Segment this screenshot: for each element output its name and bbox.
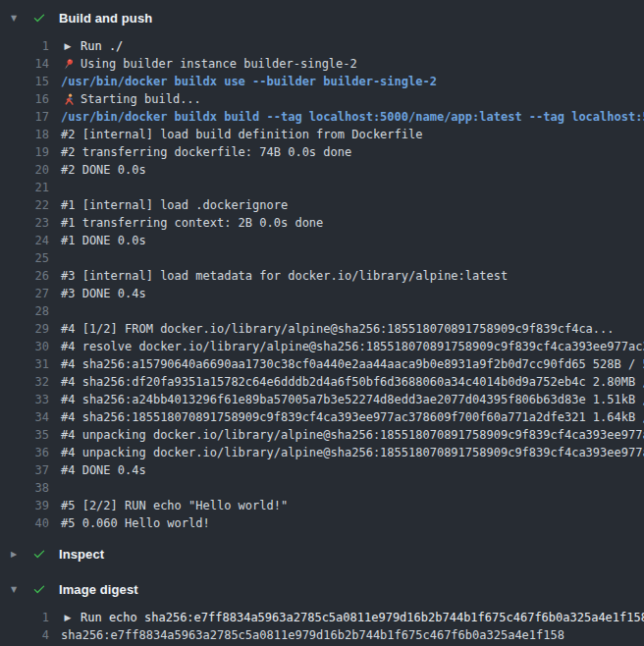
log-line-text: #1 DONE 0.0s (61, 232, 146, 249)
section-lines: 1 ▶Run echo sha256:e7ff8834a5963a2785c5a… (0, 607, 644, 646)
log-line-text: Starting build... (80, 90, 201, 108)
log-line: 15 /usr/bin/docker buildx use --builder … (0, 73, 644, 90)
check-icon (31, 11, 46, 26)
log-section: ▼ Image digest 1 ▶Run echo sha256:e7ff88… (0, 571, 644, 646)
chevron-right-icon[interactable]: ▶ (8, 550, 20, 559)
log-line: 31 #4 sha256:a15790640a6690aa1730c38cf0a… (0, 355, 644, 373)
log-line-text: #2 [internal] load build definition from… (61, 126, 422, 143)
line-number[interactable]: 1 (0, 609, 49, 626)
log-line: 1 ▶Run echo sha256:e7ff8834a5963a2785c5a… (0, 609, 644, 626)
log-line: 23 #1 transferring context: 2B 0.0s done (0, 214, 644, 232)
log-line-text: #4 sha256:a24bb4013296f61e89ba57005a7b3e… (61, 391, 644, 408)
log-line-text: #4 sha256:185518070891758909c9f839cf4ca3… (61, 408, 644, 426)
log-line-text: #1 [internal] load .dockerignore (61, 196, 288, 214)
line-number[interactable]: 28 (0, 302, 49, 320)
log-section: ▼ Build and push 1 ▶Run ./ 14 Using buil… (0, 0, 644, 536)
line-number[interactable]: 31 (0, 355, 49, 373)
line-number[interactable]: 17 (0, 108, 49, 126)
log-line: 18 #2 [internal] load build definition f… (0, 126, 644, 143)
play-icon[interactable]: ▶ (61, 611, 75, 624)
log-line-text: sha256:e7ff8834a5963a2785c5a0811e979d16b… (61, 626, 564, 644)
line-number[interactable]: 40 (0, 514, 49, 532)
line-number[interactable]: 18 (0, 126, 49, 143)
section-title: Image digest (59, 582, 138, 597)
log-line: 36 #4 unpacking docker.io/library/alpine… (0, 444, 644, 461)
line-number[interactable]: 16 (0, 90, 49, 108)
line-number[interactable]: 24 (0, 232, 49, 249)
log-line-text: #5 [2/2] RUN echo "Hello world!" (61, 497, 288, 514)
log-line-text: #4 [1/2] FROM docker.io/library/alpine@s… (61, 320, 615, 338)
line-number[interactable]: 1 (0, 37, 49, 55)
log-line: 20 #2 DONE 0.0s (0, 161, 644, 179)
log-line: 39 #5 [2/2] RUN echo "Hello world!" (0, 497, 644, 514)
log-line: 4 sha256:e7ff8834a5963a2785c5a0811e979d1… (0, 626, 644, 644)
section-title: Build and push (59, 11, 152, 26)
line-number[interactable]: 23 (0, 214, 49, 232)
line-number[interactable]: 33 (0, 391, 49, 408)
log-line-text: #5 0.060 Hello world! (61, 514, 210, 532)
log-line-text: #4 resolve docker.io/library/alpine@sha2… (61, 338, 644, 355)
line-number[interactable]: 38 (0, 479, 49, 497)
line-number[interactable]: 19 (0, 143, 49, 161)
line-number[interactable]: 21 (0, 179, 49, 196)
log-line-text: /usr/bin/docker buildx build --tag local… (61, 108, 644, 126)
log-line: 24 #1 DONE 0.0s (0, 232, 644, 249)
play-icon[interactable]: ▶ (61, 39, 75, 53)
line-number[interactable]: 25 (0, 249, 49, 267)
log-line-text: #4 DONE 0.4s (61, 461, 146, 479)
log-line: 25 (0, 249, 644, 267)
log-line-text: #1 transferring context: 2B 0.0s done (61, 214, 323, 232)
log-line-text: #4 sha256:a15790640a6690aa1730c38cf0a440… (61, 355, 644, 373)
log-line: 27 #3 DONE 0.4s (0, 285, 644, 302)
log-line-text: /usr/bin/docker buildx use --builder bui… (61, 73, 437, 90)
line-number[interactable]: 15 (0, 73, 49, 90)
log-line: 34 #4 sha256:185518070891758909c9f839cf4… (0, 408, 644, 426)
line-number[interactable]: 14 (0, 55, 49, 73)
log-line-text: #4 sha256:df20fa9351a15782c64e6dddb2d4a6… (61, 373, 644, 391)
log-line: 14 Using builder instance builder-single… (0, 55, 644, 73)
line-number[interactable]: 27 (0, 285, 49, 302)
log-line: 28 (0, 302, 644, 320)
log-line: 38 (0, 479, 644, 497)
log-line: 19 #2 transferring dockerfile: 74B 0.0s … (0, 143, 644, 161)
section-title: Inspect (59, 547, 104, 562)
log-line-text: #4 unpacking docker.io/library/alpine@sh… (61, 426, 644, 444)
log-line-text: #3 [internal] load metadata for docker.i… (61, 267, 508, 285)
line-number[interactable]: 4 (0, 626, 49, 644)
chevron-down-icon[interactable]: ▼ (8, 14, 20, 23)
section-header-image-digest[interactable]: ▼ Image digest (0, 571, 644, 607)
line-number[interactable]: 26 (0, 267, 49, 285)
log-line: 21 (0, 179, 644, 196)
log-line-text: Run ./ (80, 37, 123, 55)
log-line: 32 #4 sha256:df20fa9351a15782c64e6dddb2d… (0, 373, 644, 391)
log-line-text: #2 transferring dockerfile: 74B 0.0s don… (61, 143, 351, 161)
runner-icon (61, 92, 75, 106)
log-line: 37 #4 DONE 0.4s (0, 461, 644, 479)
log-line-text: #4 unpacking docker.io/library/alpine@sh… (61, 444, 644, 461)
log-line: 17 /usr/bin/docker buildx build --tag lo… (0, 108, 644, 126)
section-header-inspect[interactable]: ▶ Inspect (0, 536, 644, 571)
chevron-down-icon[interactable]: ▼ (8, 585, 20, 594)
line-number[interactable]: 39 (0, 497, 49, 514)
log-line: 16 Starting build... (0, 90, 644, 108)
line-number[interactable]: 37 (0, 461, 49, 479)
line-number[interactable]: 32 (0, 373, 49, 391)
line-number[interactable]: 35 (0, 426, 49, 444)
log-line: 22 #1 [internal] load .dockerignore (0, 196, 644, 214)
check-icon (31, 582, 46, 597)
line-number[interactable]: 22 (0, 196, 49, 214)
line-number[interactable]: 29 (0, 320, 49, 338)
line-number[interactable]: 36 (0, 444, 49, 461)
line-number[interactable]: 30 (0, 338, 49, 355)
log-line-text: Run echo sha256:e7ff8834a5963a2785c5a081… (80, 609, 644, 626)
log-line-text: #3 DONE 0.4s (61, 285, 146, 302)
workflow-log-viewport: ▼ Build and push 1 ▶Run ./ 14 Using buil… (0, 0, 644, 646)
log-line: 30 #4 resolve docker.io/library/alpine@s… (0, 338, 644, 355)
section-header-build-and-push[interactable]: ▼ Build and push (0, 0, 644, 35)
log-line: 1 ▶Run ./ (0, 37, 644, 55)
pushpin-icon (61, 57, 75, 71)
log-line: 29 #4 [1/2] FROM docker.io/library/alpin… (0, 320, 644, 338)
line-number[interactable]: 34 (0, 408, 49, 426)
line-number[interactable]: 20 (0, 161, 49, 179)
log-line-text: #2 DONE 0.0s (61, 161, 146, 179)
